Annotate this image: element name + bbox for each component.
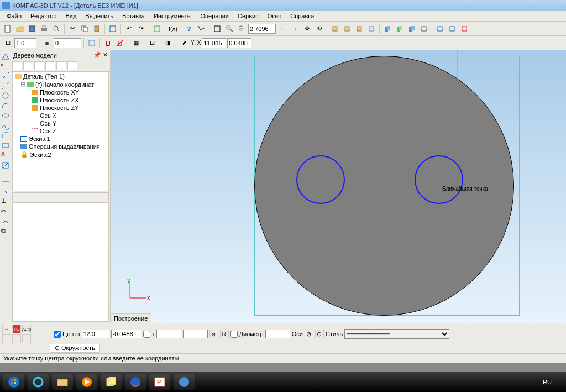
- text-icon[interactable]: A: [1, 151, 10, 160]
- ellipse-icon[interactable]: [1, 111, 10, 120]
- grid-icon[interactable]: ▦: [130, 38, 142, 49]
- zoom-in-icon[interactable]: 🔍: [224, 23, 235, 34]
- auto-icon[interactable]: Auto: [22, 325, 31, 333]
- tree-btn2-icon[interactable]: [23, 61, 33, 70]
- tree-btn5-icon[interactable]: [56, 61, 66, 70]
- pb1-icon[interactable]: [2, 334, 11, 343]
- layer-icon[interactable]: ≡: [41, 38, 53, 49]
- shade2-icon[interactable]: [394, 23, 405, 34]
- zoom-out-icon[interactable]: [236, 23, 247, 34]
- simplify-icon[interactable]: [459, 23, 470, 34]
- print-icon[interactable]: [39, 23, 50, 34]
- spline-icon[interactable]: [1, 121, 10, 130]
- center-x-input[interactable]: [82, 330, 109, 338]
- apply-icon[interactable]: →: [2, 325, 11, 333]
- rotate-icon[interactable]: ⟲: [313, 23, 324, 34]
- zoom-input[interactable]: [248, 24, 276, 34]
- center-y-input[interactable]: [111, 330, 142, 338]
- step-input[interactable]: [14, 38, 36, 48]
- center-check[interactable]: [54, 331, 61, 338]
- menu-tools[interactable]: Инструменты: [149, 12, 196, 20]
- help-icon[interactable]: ?: [184, 23, 195, 34]
- arc-icon[interactable]: [1, 101, 10, 110]
- menu-file[interactable]: Файл: [2, 12, 26, 20]
- view-wire-icon[interactable]: [366, 23, 377, 34]
- tree-plane-zy[interactable]: Плоскость ZY: [40, 104, 79, 111]
- round-icon[interactable]: ◑: [163, 38, 174, 49]
- tree-axis-z[interactable]: Ось Z: [40, 128, 56, 134]
- aux-line-icon[interactable]: [1, 81, 10, 90]
- rad-mode-icon[interactable]: R: [220, 330, 229, 338]
- view-cube2-icon[interactable]: [342, 23, 353, 34]
- style-input[interactable]: [54, 38, 81, 48]
- context-help-icon[interactable]: [196, 23, 207, 34]
- snap-off-icon[interactable]: [114, 38, 125, 49]
- shade3-icon[interactable]: [406, 23, 417, 34]
- tree-axis-y[interactable]: Ось Y: [40, 120, 56, 127]
- start-icon[interactable]: [3, 374, 24, 390]
- menu-operations[interactable]: Операции: [196, 12, 233, 20]
- tree-sketch1[interactable]: Эскиз:1: [29, 135, 50, 142]
- prev-view-icon[interactable]: ←: [277, 23, 288, 34]
- hatch-icon[interactable]: [1, 161, 10, 170]
- offset-icon[interactable]: [1, 217, 10, 226]
- tree-sketch2[interactable]: Эскиз:2: [30, 151, 51, 158]
- edit-icon[interactable]: [1, 187, 10, 196]
- tree-plane-xy[interactable]: Плоскость XY: [40, 89, 79, 96]
- t1-input[interactable]: [156, 330, 181, 338]
- kompas-task-icon[interactable]: [174, 374, 195, 390]
- new-icon[interactable]: [2, 23, 13, 34]
- diam-check[interactable]: [230, 331, 238, 338]
- sketch-icon[interactable]: [151, 23, 163, 34]
- tree-btn1-icon[interactable]: [12, 61, 22, 70]
- style-select[interactable]: ━━━━━━━━━━━: [344, 329, 449, 339]
- fillet-icon[interactable]: [1, 131, 10, 140]
- diam-mode-icon[interactable]: ⌀: [209, 330, 218, 338]
- diameter-input[interactable]: [265, 330, 290, 338]
- powerpoint-icon[interactable]: P: [149, 374, 170, 390]
- circle-icon[interactable]: [1, 91, 10, 100]
- axes-off-icon[interactable]: ⊘: [305, 330, 313, 338]
- tree-pin-icon[interactable]: 📌: [93, 51, 101, 58]
- redo-icon[interactable]: ↷: [135, 23, 146, 34]
- circle-tab[interactable]: ⊙ Окружность: [50, 344, 100, 353]
- menu-insert[interactable]: Вставка: [118, 12, 149, 20]
- shade1-icon[interactable]: [382, 23, 393, 34]
- props-icon[interactable]: [107, 23, 118, 34]
- next-view-icon[interactable]: →: [289, 23, 300, 34]
- axes-on-icon[interactable]: ⊕: [315, 330, 324, 338]
- tree-plane-zx[interactable]: Плоскость ZX: [40, 97, 79, 103]
- coord-y-input[interactable]: [227, 38, 251, 48]
- menu-edit[interactable]: Редактор: [26, 12, 61, 20]
- dim-icon[interactable]: [1, 177, 10, 186]
- tree-axis-x[interactable]: Ось X: [40, 112, 56, 119]
- tree-extrude[interactable]: Операция выдавливания: [29, 143, 100, 150]
- line-icon[interactable]: [1, 71, 10, 80]
- tree-btn4-icon[interactable]: [45, 61, 55, 70]
- tree-btn6-icon[interactable]: [67, 61, 77, 70]
- model-tree[interactable]: Деталь (Тел-1) ⊟(т)Начало координат Плос…: [12, 72, 109, 191]
- snap-toggle-icon[interactable]: [102, 38, 113, 49]
- pan-icon[interactable]: ✥: [301, 23, 312, 34]
- ortho-icon[interactable]: ⊞: [2, 38, 13, 49]
- bottom-tab[interactable]: Построение: [111, 313, 151, 323]
- tree-scroll[interactable]: [12, 192, 109, 201]
- firefox-icon[interactable]: [125, 374, 146, 390]
- sketch-toggle-icon[interactable]: [86, 38, 97, 49]
- menu-service[interactable]: Сервис: [233, 12, 263, 20]
- view-cube1-icon[interactable]: [329, 23, 340, 34]
- stop-icon[interactable]: STOP: [12, 325, 21, 333]
- tree-close-icon[interactable]: ✕: [103, 51, 108, 58]
- save-icon[interactable]: [27, 23, 38, 34]
- notes-icon[interactable]: [101, 374, 122, 390]
- menu-view[interactable]: Вид: [61, 12, 81, 20]
- menu-help[interactable]: Справка: [286, 12, 318, 20]
- copy-icon[interactable]: [79, 23, 90, 34]
- local-cs-icon[interactable]: ⬈: [179, 38, 190, 49]
- tree-btn3-icon[interactable]: [34, 61, 44, 70]
- t2-input[interactable]: [183, 330, 208, 338]
- pb3-icon[interactable]: [22, 334, 31, 343]
- tree-root[interactable]: Деталь (Тел-1): [23, 73, 65, 80]
- menu-select[interactable]: Выделить: [81, 12, 118, 20]
- explorer-icon[interactable]: [52, 374, 73, 390]
